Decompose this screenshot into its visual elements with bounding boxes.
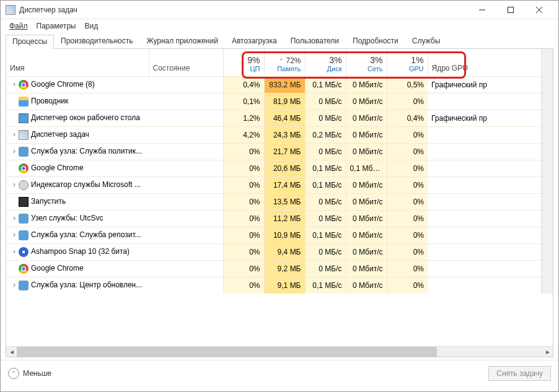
cpu-total: 9%: [227, 55, 260, 65]
gpu-cell: 0,4%: [387, 110, 428, 126]
table-row[interactable]: ›Google Chrome (8)0,4%833,2 МБ0,1 МБ/с0 …: [6, 76, 553, 93]
maximize-button[interactable]: [496, 1, 525, 19]
disk-cell: 0 МБ/с: [305, 93, 346, 110]
status-cell: [149, 126, 223, 143]
disk-cell: 0 МБ/с: [305, 260, 346, 277]
col-name[interactable]: Имя: [6, 49, 149, 76]
tab-apphistory[interactable]: Журнал приложений: [140, 34, 225, 48]
scroll-right-icon[interactable]: ▸: [542, 347, 553, 357]
table-row[interactable]: Проводник0,1%81,9 МБ0 МБ/с0 Мбит/с0%: [6, 93, 553, 110]
network-cell: 0 Мбит/с: [346, 143, 387, 160]
tab-users[interactable]: Пользователи: [284, 34, 346, 48]
table-row[interactable]: Запустить0%13,5 МБ0 МБ/с0 Мбит/с0%: [6, 193, 553, 210]
col-status[interactable]: Состояние: [149, 49, 223, 76]
gpu-cell: 0%: [387, 93, 428, 110]
process-name: Диспетчер окон рабочего стола: [31, 113, 140, 122]
process-name: Узел службы: UtcSvc: [31, 214, 103, 222]
vscroll-header: [542, 49, 553, 76]
col-gpu[interactable]: 1% GPU: [387, 49, 428, 76]
expand-icon[interactable]: ›: [10, 147, 19, 155]
memory-cell: 9,4 МБ: [264, 243, 305, 260]
vscroll-cell[interactable]: [542, 76, 553, 93]
end-task-button[interactable]: Снять задачу: [488, 366, 551, 381]
col-disk[interactable]: 3% Диск: [305, 49, 346, 76]
close-button[interactable]: [525, 1, 553, 19]
titlebar: Диспетчер задач: [1, 1, 558, 19]
scroll-left-icon[interactable]: ◂: [6, 347, 17, 357]
fewer-details-button[interactable]: ⌃ Меньше: [8, 368, 51, 379]
table-row[interactable]: ›Узел службы: UtcSvc0%11,2 МБ0 МБ/с0 Мби…: [6, 210, 553, 227]
process-name-cell: ›Индексатор службы Microsoft ...: [6, 176, 149, 193]
window-title: Диспетчер задач: [19, 6, 468, 14]
process-icon: [19, 97, 29, 107]
tab-startup[interactable]: Автозагрузка: [225, 34, 284, 48]
table-row[interactable]: ›Служба узла: Центр обновлен...0%9,1 МБ0…: [6, 277, 553, 294]
table-row[interactable]: ›Служба узла: Служба репозит...0%10,9 МБ…: [6, 227, 553, 243]
vscroll-cell: [542, 193, 553, 210]
chevron-up-icon: ⌃: [8, 368, 19, 379]
gpu-cell: 0,5%: [387, 76, 428, 93]
minimize-button[interactable]: [468, 1, 496, 19]
gpu-cell: 0%: [387, 210, 428, 227]
process-name-cell: ›Служба узла: Служба репозит...: [6, 227, 149, 243]
expand-icon[interactable]: ›: [10, 180, 19, 189]
table-row[interactable]: ›Диспетчер задач4,2%24,3 МБ0,2 МБ/с0 Мби…: [6, 126, 553, 143]
table-row[interactable]: ›Служба узла: Служба политик...0%21,7 МБ…: [6, 143, 553, 160]
process-name: Google Chrome (8): [31, 80, 95, 89]
memory-cell: 9,1 МБ: [264, 277, 305, 294]
gpu-engine-cell: Графический пр: [428, 76, 542, 93]
table-row[interactable]: Google Chrome0%20,6 МБ0,1 МБ/с0,1 Мбит/с…: [6, 160, 553, 176]
gpu-engine-cell: [428, 160, 542, 176]
table-row[interactable]: Диспетчер окон рабочего стола1,2%46,4 МБ…: [6, 110, 553, 126]
col-network[interactable]: 3% Сеть: [346, 49, 387, 76]
expand-icon[interactable]: ›: [10, 130, 19, 139]
process-icon: [19, 264, 29, 274]
tab-services[interactable]: Службы: [405, 34, 447, 48]
status-cell: [149, 143, 223, 160]
process-icon: [19, 80, 29, 90]
process-name-cell: ›Google Chrome (8): [6, 76, 149, 93]
expand-icon[interactable]: ›: [10, 281, 19, 289]
process-icon: [19, 163, 29, 173]
table-row[interactable]: ›Индексатор службы Microsoft ...0%17,4 М…: [6, 176, 553, 193]
gpu-engine-cell: [428, 277, 542, 294]
memory-cell: 13,5 МБ: [264, 193, 305, 210]
gpu-cell: 0%: [387, 176, 428, 193]
scroll-track[interactable]: [17, 347, 542, 357]
menu-file[interactable]: Файл: [6, 20, 32, 32]
col-gpu-engine[interactable]: Ядро GPU: [428, 49, 542, 76]
disk-cell: 0,1 МБ/с: [305, 160, 346, 176]
cpu-cell: 0,1%: [223, 93, 264, 110]
process-name: Индексатор службы Microsoft ...: [31, 180, 141, 189]
gpu-engine-cell: [428, 143, 542, 160]
tab-details[interactable]: Подробности: [346, 34, 405, 48]
vscroll-cell: [542, 160, 553, 176]
expand-icon[interactable]: ›: [10, 230, 19, 239]
status-cell: [149, 243, 223, 260]
horizontal-scrollbar[interactable]: ◂ ▸: [6, 346, 553, 357]
cpu-cell: 1,2%: [223, 110, 264, 126]
table-row[interactable]: ›Ashampoo Snap 10 (32 бита)0%9,4 МБ0 МБ/…: [6, 243, 553, 260]
status-cell: [149, 110, 223, 126]
disk-cell: 0,1 МБ/с: [305, 176, 346, 193]
process-icon: [19, 130, 29, 140]
vscroll-cell: [542, 176, 553, 193]
expand-icon[interactable]: ›: [10, 214, 19, 222]
col-memory[interactable]: ⌄ 72% Память: [264, 49, 305, 76]
menu-view[interactable]: Вид: [81, 20, 102, 32]
expand-icon[interactable]: ›: [10, 247, 19, 256]
cpu-cell: 0%: [223, 193, 264, 210]
tab-processes[interactable]: Процессы: [6, 35, 54, 49]
tab-performance[interactable]: Производительность: [54, 34, 139, 48]
table-row[interactable]: Google Chrome0%9,2 МБ0 МБ/с0 Мбит/с0%: [6, 260, 553, 277]
expand-icon[interactable]: ›: [10, 80, 19, 89]
vscroll-cell: [542, 260, 553, 277]
scroll-thumb[interactable]: [17, 347, 437, 357]
cpu-cell: 0%: [223, 277, 264, 294]
cpu-cell: 0%: [223, 227, 264, 243]
disk-cell: 0,2 МБ/с: [305, 126, 346, 143]
col-cpu[interactable]: 9% ЦП: [223, 49, 264, 76]
process-grid: Имя Состояние 9% ЦП ⌄ 72% Память 3% Диск: [6, 49, 553, 357]
menu-options[interactable]: Параметры: [33, 20, 80, 32]
gpu-engine-cell: [428, 210, 542, 227]
